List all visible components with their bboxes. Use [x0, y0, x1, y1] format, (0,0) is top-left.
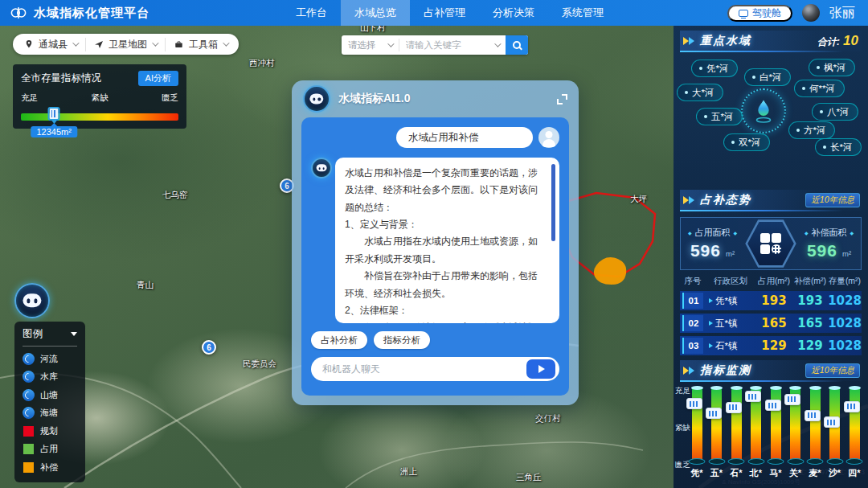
bullet-dot — [699, 67, 702, 70]
monitor-badge[interactable]: 近10年信息 — [805, 363, 860, 378]
occupied-area-stat: 占用面积 596 m² — [681, 227, 744, 260]
map-cluster-marker[interactable]: 6 — [202, 340, 216, 355]
search-keyword-input[interactable] — [399, 40, 495, 50]
basemap-selector[interactable]: 卫星地图 — [85, 38, 165, 51]
nav-item-5[interactable]: 系统管理 — [548, 0, 617, 26]
chevron-down-icon[interactable] — [494, 40, 501, 47]
toolbox-menu[interactable]: 工具箱 — [165, 38, 235, 51]
bullet-dot — [704, 115, 707, 118]
river-tag[interactable]: 五*河 — [696, 108, 743, 125]
row-occupied-value: 165 — [755, 316, 792, 330]
river-tag[interactable]: 何**河 — [794, 80, 845, 97]
legend-item-label: 补偿 — [40, 461, 58, 474]
expand-icon[interactable] — [557, 94, 567, 105]
bullet-dot — [752, 76, 755, 79]
river-tag[interactable]: 枫*河 — [809, 59, 855, 76]
search-button[interactable] — [506, 35, 528, 55]
monitor-bar: 关* — [787, 388, 805, 479]
scale-label: 充足 — [21, 92, 38, 104]
legend-items: 河流水库山塘海塘规划占用补偿 — [23, 350, 77, 477]
chevron-down-icon — [387, 40, 394, 47]
quick-action-button[interactable]: 占补分析 — [311, 331, 367, 349]
bar-level-marker — [844, 401, 860, 412]
legend-item-水库[interactable]: 水库 — [23, 368, 77, 387]
table-row[interactable]: 02五*镇1651651028 — [680, 314, 862, 333]
bullet-dot — [817, 66, 820, 69]
legend-item-河流[interactable]: 河流 — [23, 350, 77, 368]
nav-item-2[interactable]: 水域总览 — [341, 0, 410, 26]
water-drop-icon — [753, 99, 774, 123]
cockpit-button[interactable]: 驾驶舱 — [727, 5, 792, 22]
send-icon — [538, 365, 545, 373]
river-tag-label: 方*河 — [804, 125, 825, 137]
legend-item-补偿[interactable]: 补偿 — [23, 458, 77, 477]
bar-gradient-stick — [790, 388, 800, 461]
rivers-area: 凭*河白*河枫*河大*河何**河五*河八*河双*河方*河长*河 — [674, 55, 868, 185]
satellite-map-icon — [94, 39, 104, 49]
legend-header[interactable]: 图例 — [23, 327, 77, 341]
occupied-area-label: 占用面积 — [688, 227, 737, 239]
legend-item-label: 海塘 — [40, 407, 58, 419]
trend-title: 占补态势 — [700, 193, 751, 207]
row-arrow-icon — [709, 321, 713, 326]
stock-scale-labels: 充足紧缺匮乏 — [21, 92, 178, 104]
row-stock-value: 1028 — [828, 316, 862, 330]
table-row[interactable]: 03石*镇1291291028 — [680, 336, 862, 355]
nav-item-1[interactable]: 工作台 — [282, 0, 341, 26]
row-index: 01 — [682, 293, 703, 309]
river-tag[interactable]: 凭*河 — [691, 59, 738, 77]
river-tag[interactable]: 双*河 — [723, 133, 770, 151]
map-place-label: 七乌窑 — [162, 190, 188, 201]
marker-hatch — [709, 411, 719, 416]
river-tag[interactable]: 白*河 — [744, 68, 791, 86]
stock-slider-marker[interactable] — [48, 107, 60, 121]
message-scrollbar[interactable] — [551, 164, 555, 241]
legend-title: 图例 — [23, 327, 43, 341]
legend-item-占用[interactable]: 占用 — [23, 441, 77, 459]
chat-input[interactable] — [322, 363, 526, 375]
trend-badge[interactable]: 近10年信息 — [805, 193, 860, 207]
legend-item-规划[interactable]: 规划 — [23, 422, 77, 441]
region-selector[interactable]: 通城县 — [16, 38, 85, 51]
region-table-header: 序号行政区划占用(m²)补偿(m²)存量(m²) — [680, 275, 862, 288]
legend-item-label: 水库 — [40, 371, 58, 383]
ai-analysis-button[interactable]: AI分析 — [138, 71, 178, 86]
key-waters-total: 合计: 10 — [817, 33, 858, 49]
river-tag[interactable]: 长*河 — [815, 138, 862, 156]
nav-item-3[interactable]: 占补管理 — [410, 0, 479, 26]
marker-hatch — [788, 396, 797, 402]
monitor-bar: 北* — [747, 388, 765, 479]
search-type-select[interactable]: 请选择 — [342, 39, 399, 51]
color-swatch — [23, 462, 34, 473]
monitor-bar: 沙* — [826, 388, 844, 479]
river-tag[interactable]: 大*河 — [677, 84, 723, 101]
user-avatar[interactable] — [802, 4, 820, 22]
ai-assistant-fab[interactable] — [14, 283, 50, 318]
river-tag[interactable]: 八*河 — [812, 103, 858, 121]
legend-item-海塘[interactable]: 海塘 — [23, 404, 77, 423]
water-feature-icon — [23, 407, 35, 419]
table-header-cell: 行政区划 — [706, 276, 755, 287]
bullet-dot — [796, 129, 800, 132]
bar-level-marker — [745, 391, 761, 402]
user-message-bubble: 水域占用和补偿 — [396, 127, 533, 148]
table-header-cell: 补偿(m²) — [792, 276, 828, 287]
river-tag-label: 大*河 — [692, 87, 714, 99]
send-button[interactable] — [526, 359, 555, 379]
legend-item-label: 占用 — [40, 443, 58, 455]
bar-level-marker — [726, 402, 742, 413]
river-tag[interactable]: 方*河 — [788, 121, 835, 139]
top-navigation-bar: 水域指标化管理平台 工作台水域总览占补管理分析决策系统管理 驾驶舱 张丽 — [0, 0, 868, 26]
legend-panel: 图例 河流水库山塘海塘规划占用补偿 — [14, 322, 85, 482]
nav-item-4[interactable]: 分析决策 — [479, 0, 548, 26]
bar-gradient-stick — [829, 388, 840, 461]
trend-stats-box: 占用面积 596 m² 补偿面积 596 m² — [680, 217, 862, 270]
toolbox-icon — [174, 39, 184, 49]
row-compensated-value: 165 — [792, 316, 828, 330]
marker-hatch — [768, 403, 778, 408]
quick-action-button[interactable]: 指标分析 — [374, 331, 430, 349]
legend-item-山塘[interactable]: 山塘 — [23, 386, 77, 404]
table-row[interactable]: 01凭*镇1931931028 — [680, 291, 862, 310]
map-road — [346, 442, 643, 488]
compensation-area-patch[interactable] — [594, 257, 626, 285]
